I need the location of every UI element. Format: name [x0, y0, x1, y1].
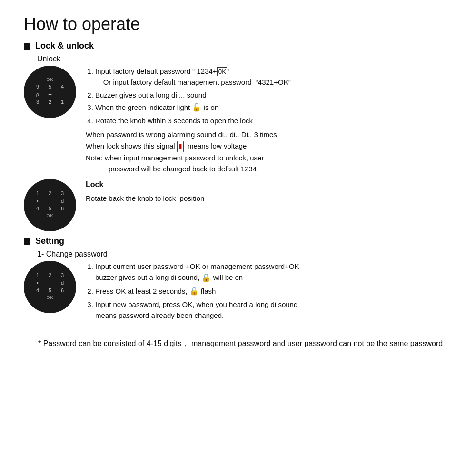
lock-text: Lock Rotate back the knob to lock positi…	[86, 179, 452, 204]
lock-label: Lock	[86, 179, 452, 191]
change-password-text: Input current user password +OK or manag…	[86, 261, 452, 323]
lock-instruction: Rotate back the knob to lock position	[86, 193, 452, 204]
lock-block: 1 2 3 • d 4 5 6 OK Lock Rotate back the …	[24, 179, 452, 231]
unlock-note-2: When lock shows this signal ▮ means low …	[86, 140, 452, 152]
unlock-block: OK 9 5 4 ρ •• 3 2 1 Input factory defaul…	[24, 66, 452, 174]
footnote: * Password can be consisted of 4-15 digi…	[33, 337, 452, 350]
setting-step-1: Input current user password +OK or manag…	[95, 261, 452, 284]
unlock-step-3: When the green indicator light 🔓 is on	[95, 102, 452, 114]
page-title: How to operate	[24, 14, 452, 34]
unlock-step-2: Buzzer gives out a long di.... sound	[95, 89, 452, 100]
setting-step-3: Input new password, press OK, when you h…	[95, 299, 452, 321]
unlock-text: Input factory default password “ 1234+OK…	[86, 66, 452, 174]
section-title-setting: Setting	[24, 236, 452, 246]
unlock-notes: When password is wrong alarming sound di…	[86, 129, 452, 174]
bullet-icon	[24, 43, 30, 50]
green-lock-icon-1: 🔓	[192, 102, 201, 114]
section-title-lock-unlock: Lock & unlock	[24, 41, 452, 51]
change-password-block: 1 2 3 • d 4 5 6 OK Input current user pa…	[24, 261, 452, 323]
unlock-note-1: When password is wrong alarming sound di…	[86, 129, 452, 140]
keypad-image-3: 1 2 3 • d 4 5 6 OK	[24, 261, 76, 313]
unlock-note-3: Note: when input management password to …	[86, 152, 452, 163]
change-password-title: 1- Change password	[37, 250, 452, 258]
keypad-image-1: OK 9 5 4 ρ •• 3 2 1	[24, 66, 76, 118]
unlock-note-4: password will be changed back to default…	[86, 163, 452, 174]
subsection-unlock-title: Unlock	[37, 55, 452, 63]
section-lock-unlock: Lock & unlock Unlock OK 9 5 4 ρ •• 3 2 1	[24, 41, 452, 231]
divider	[24, 330, 452, 330]
green-lock-icon-3: 🔓	[189, 286, 199, 298]
green-lock-icon-2: 🔓	[201, 272, 211, 284]
unlock-step-1: Input factory default password “ 1234+OK…	[95, 66, 452, 88]
keypad-image-2: 1 2 3 • d 4 5 6 OK	[24, 179, 76, 231]
section-setting: Setting 1- Change password 1 2 3 • d 4 5…	[24, 236, 452, 323]
low-voltage-icon: ▮	[177, 141, 184, 152]
unlock-step-4: Rotate the knob within 3 seconds to open…	[95, 115, 452, 126]
bullet-icon-2	[24, 238, 30, 245]
setting-step-2: Press OK at least 2 seconds, 🔓 flash	[95, 286, 452, 298]
